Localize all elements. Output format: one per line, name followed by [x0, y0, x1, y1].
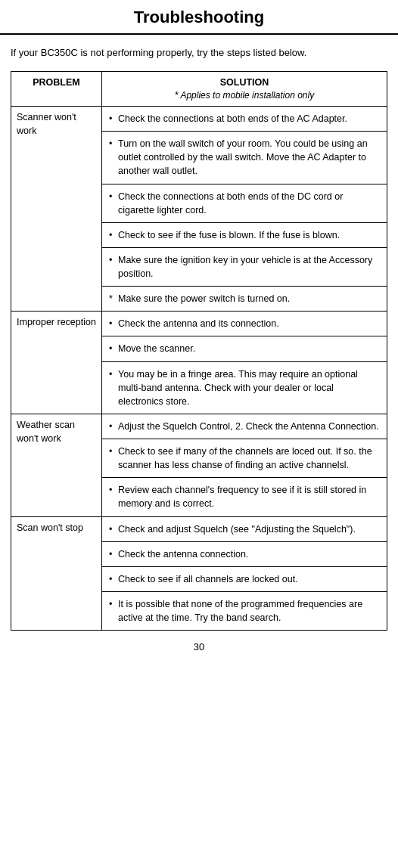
table-row: Scanner won't workCheck the connections … [11, 107, 387, 132]
troubleshooting-table: PROBLEM SOLUTION * Applies to mobile ins… [11, 71, 387, 631]
solution-cell: Check to see if many of the channels are… [102, 439, 387, 478]
solution-item: Check to see if all channels are locked … [107, 571, 381, 587]
solution-item: You may be in a fringe area. This may re… [107, 366, 381, 410]
header-solution: SOLUTION * Applies to mobile installatio… [102, 71, 387, 107]
solution-cell: You may be in a fringe area. This may re… [102, 361, 387, 414]
applies-to-note: * Applies to mobile installation only [107, 89, 381, 102]
solution-cell: Make sure the ignition key in your vehic… [102, 247, 387, 286]
solution-cell: Check the antenna and its connection. [102, 312, 387, 336]
problem-cell: Scanner won't work [11, 107, 102, 312]
solution-item: Check to see if the fuse is blown. If th… [107, 227, 381, 243]
intro-text: If your BC350C is not performing properl… [0, 45, 398, 71]
solution-item: Make sure the ignition key in your vehic… [107, 252, 381, 282]
solution-item: Adjust the Squelch Control, 2. Check the… [107, 418, 381, 435]
table-row: Weather scan won't workAdjust the Squelc… [11, 414, 387, 439]
header-problem: PROBLEM [11, 71, 102, 107]
solution-cell: Adjust the Squelch Control, 2. Check the… [102, 414, 387, 439]
solution-cell: Check and adjust Squelch (see "Adjusting… [102, 516, 387, 541]
solution-item: Check the connections at both ends of th… [107, 110, 381, 127]
solution-cell: It is possible that none of the programm… [102, 591, 387, 630]
problem-cell: Weather scan won't work [11, 414, 102, 516]
solution-cell: Check the antenna connection. [102, 541, 387, 566]
solution-item: Check to see if many of the channels are… [107, 443, 381, 473]
solution-cell: Turn on the wall switch of your room. Yo… [102, 132, 387, 184]
table-row: Improper receptionCheck the antenna and … [11, 312, 387, 336]
page-number: 30 [0, 631, 398, 659]
page-container: Troubleshooting If your BC350C is not pe… [0, 0, 398, 659]
table-row: Scan won't stopCheck and adjust Squelch … [11, 516, 387, 541]
solution-cell: Review each channel's frequency to see i… [102, 478, 387, 516]
solution-cell: Check the connections at both ends of th… [102, 107, 387, 132]
solution-cell: Check to see if the fuse is blown. If th… [102, 222, 387, 247]
solution-cell: Move the scanner. [102, 336, 387, 361]
solution-item: Move the scanner. [107, 340, 381, 357]
solution-item: Check the antenna and its connection. [107, 315, 381, 332]
solution-item: Turn on the wall switch of your room. Yo… [107, 135, 381, 179]
problem-cell: Scan won't stop [11, 516, 102, 631]
solution-cell: Check the connections at both ends of th… [102, 184, 387, 222]
solution-cell: Check to see if all channels are locked … [102, 566, 387, 591]
solution-item: It is possible that none of the programm… [107, 596, 381, 626]
solution-item: Review each channel's frequency to see i… [107, 482, 381, 512]
solution-cell: Make sure the power switch is turned on. [102, 287, 387, 312]
solution-item: Check and adjust Squelch (see "Adjusting… [107, 521, 381, 538]
solution-item: Make sure the power switch is turned on. [107, 290, 381, 307]
solution-item: Check the antenna connection. [107, 546, 381, 563]
solution-item: Check the connections at both ends of th… [107, 188, 381, 219]
problem-cell: Improper reception [11, 312, 102, 414]
page-title: Troubleshooting [0, 0, 398, 35]
